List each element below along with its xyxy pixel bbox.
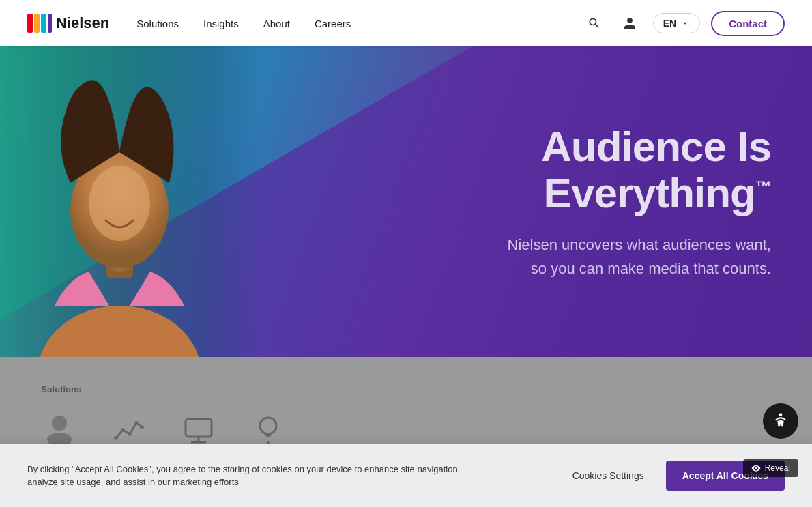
solution-icon-audience — [41, 411, 78, 448]
hero-subtitle: Nielsen uncovers what audiences want, so… — [348, 233, 771, 280]
accessibility-icon — [771, 411, 790, 431]
solution-icon-item-2 — [111, 411, 147, 448]
hero-title: Audience Is Everything™ — [348, 123, 771, 216]
hero-text-area: Audience Is Everything™ Nielsen uncovers… — [348, 123, 771, 280]
nav-link-insights[interactable]: Insights — [203, 18, 239, 29]
nav-right: EN Contact — [582, 11, 785, 36]
solutions-section-label: Solutions — [41, 384, 771, 394]
nav-left: Nielsen Solutions Insights About Careers — [27, 14, 351, 33]
svg-point-21 — [779, 413, 783, 416]
logo-text: Nielsen — [56, 14, 109, 32]
user-account-button[interactable] — [618, 11, 642, 35]
nielsen-logo-icon — [27, 14, 52, 33]
logo[interactable]: Nielsen — [27, 14, 109, 33]
svg-point-14 — [134, 421, 139, 425]
solution-icon-insights — [250, 411, 287, 448]
svg-rect-16 — [186, 419, 212, 437]
hero-person-image — [0, 46, 259, 357]
svg-point-22 — [755, 467, 757, 469]
contact-button[interactable]: Contact — [711, 11, 785, 36]
svg-point-15 — [140, 425, 144, 429]
svg-rect-0 — [27, 14, 33, 33]
svg-rect-3 — [48, 14, 52, 33]
nav-link-about[interactable]: About — [263, 18, 290, 29]
chevron-down-icon — [680, 18, 690, 28]
solution-icon-item-1 — [41, 411, 78, 448]
cookie-text: By clicking "Accept All Cookies", you ag… — [27, 463, 471, 489]
person-silhouette — [0, 46, 259, 357]
svg-point-11 — [114, 436, 118, 440]
navbar: Nielsen Solutions Insights About Careers… — [0, 0, 812, 46]
search-icon — [588, 16, 601, 30]
cookie-banner: By clicking "Accept All Cookies", you ag… — [0, 444, 812, 507]
nav-link-careers[interactable]: Careers — [315, 18, 351, 29]
nav-link-solutions[interactable]: Solutions — [136, 18, 179, 29]
solution-icon-item-4 — [250, 411, 287, 448]
language-selector[interactable]: EN — [653, 13, 700, 33]
svg-point-8 — [89, 166, 150, 241]
solutions-icons-row — [41, 411, 771, 448]
svg-point-19 — [260, 418, 276, 434]
reveal-button[interactable]: Reveal — [743, 459, 798, 477]
hero-section: Audience Is Everything™ Nielsen uncovers… — [0, 46, 812, 357]
reveal-icon — [751, 463, 761, 473]
nav-links: Solutions Insights About Careers — [136, 18, 351, 29]
user-icon — [623, 16, 637, 30]
svg-point-13 — [128, 432, 132, 436]
svg-point-9 — [52, 416, 67, 431]
solution-icon-media — [180, 411, 217, 448]
cookies-settings-button[interactable]: Cookies Settings — [562, 463, 655, 488]
search-button[interactable] — [582, 11, 607, 35]
language-label: EN — [663, 18, 676, 29]
solution-icon-item-3 — [180, 411, 217, 448]
reveal-label: Reveal — [765, 463, 790, 473]
svg-rect-1 — [34, 14, 40, 33]
solution-icon-data — [111, 411, 147, 448]
svg-point-12 — [121, 428, 125, 432]
accessibility-widget[interactable] — [763, 403, 798, 439]
svg-rect-2 — [41, 14, 46, 33]
